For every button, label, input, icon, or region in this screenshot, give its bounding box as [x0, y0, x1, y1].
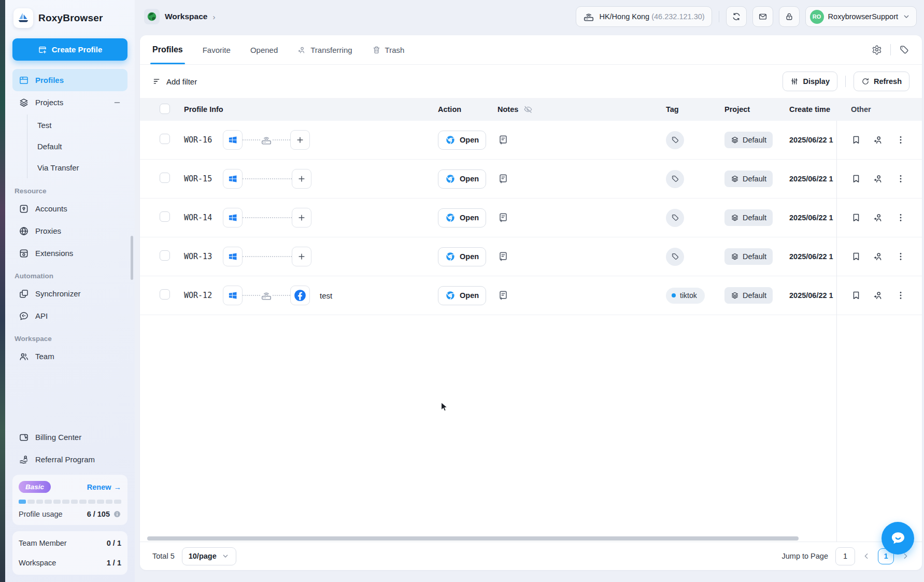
row-checkbox[interactable] — [160, 250, 170, 261]
more-actions-icon[interactable] — [895, 212, 906, 223]
collapse-icon[interactable] — [113, 98, 121, 107]
more-actions-icon[interactable] — [895, 290, 906, 301]
add-tag-button[interactable] — [666, 209, 684, 227]
sync-button[interactable] — [726, 6, 747, 27]
project-item-test[interactable]: Test — [27, 115, 127, 136]
sidebar-item-api[interactable]: API — [12, 305, 127, 327]
project-item-via-transfer[interactable]: Via Transfer — [27, 157, 127, 178]
transfer-profile-icon[interactable] — [873, 251, 884, 262]
total-count: Total 5 — [152, 552, 175, 560]
sidebar-item-synchronizer[interactable]: Synchronizer — [12, 282, 127, 305]
bookmark-icon[interactable] — [851, 251, 861, 262]
sidebar-item-profiles[interactable]: Profiles — [12, 69, 127, 91]
bookmark-icon[interactable] — [851, 212, 861, 223]
add-tag-button[interactable] — [666, 131, 684, 149]
prev-page-icon[interactable] — [862, 552, 871, 560]
jump-page-input[interactable] — [835, 547, 855, 565]
platform-facebook-button[interactable] — [290, 286, 310, 305]
gear-icon[interactable] — [872, 45, 882, 55]
tab-transferring[interactable]: Transferring — [297, 35, 352, 64]
connector — [243, 256, 292, 257]
refresh-button[interactable]: Refresh — [854, 72, 909, 91]
tab-favorite[interactable]: Favorite — [203, 35, 231, 64]
tab-profiles[interactable]: Profiles — [152, 35, 183, 64]
os-windows-button[interactable] — [223, 208, 243, 228]
sidebar-item-projects[interactable]: Projects — [12, 91, 127, 113]
tag-manage-icon[interactable] — [899, 45, 909, 55]
proxy-status-chip[interactable]: HK/Hong Kong (46.232.121.30) — [576, 6, 712, 27]
add-note-icon[interactable] — [497, 173, 509, 184]
display-button[interactable]: Display — [783, 72, 837, 91]
project-item-default[interactable]: Default — [27, 136, 127, 157]
sidebar-item-billing-center[interactable]: Billing Center — [12, 426, 127, 448]
add-note-icon[interactable] — [497, 212, 509, 223]
project-chip[interactable]: Default — [724, 287, 773, 304]
os-windows-button[interactable] — [223, 247, 243, 266]
bookmark-icon[interactable] — [851, 174, 861, 184]
open-profile-button[interactable]: Open — [438, 169, 486, 189]
add-platform-button[interactable] — [292, 208, 311, 228]
info-icon[interactable] — [113, 510, 121, 518]
safe-icon — [19, 204, 29, 214]
open-profile-button[interactable]: Open — [438, 286, 486, 305]
project-chip[interactable]: Default — [724, 209, 773, 226]
tab-trash[interactable]: Trash — [372, 35, 405, 64]
add-platform-button[interactable] — [290, 130, 310, 150]
transfer-profile-icon[interactable] — [873, 212, 884, 223]
add-filter-button[interactable]: Add filter — [152, 77, 197, 86]
row-checkbox[interactable] — [160, 289, 170, 300]
tag-pill[interactable]: tiktok — [666, 288, 705, 304]
sidebar-item-accounts[interactable]: Accounts — [12, 197, 127, 220]
horizontal-scrollbar[interactable] — [147, 536, 799, 541]
lock-icon — [785, 12, 794, 21]
sidebar-item-team[interactable]: Team — [12, 345, 127, 367]
sidebar-item-referral-program[interactable]: Referral Program — [12, 448, 127, 471]
sidebar-item-extensions[interactable]: Extensions — [12, 242, 127, 264]
project-chip[interactable]: Default — [724, 132, 773, 148]
project-chip[interactable]: Default — [724, 171, 773, 187]
plan-badge: Basic — [19, 481, 51, 493]
bookmark-icon[interactable] — [851, 290, 861, 301]
transfer-profile-icon[interactable] — [873, 135, 884, 145]
select-all-checkbox[interactable] — [160, 104, 170, 114]
os-windows-button[interactable] — [223, 130, 243, 150]
tag-icon — [671, 136, 679, 144]
eye-off-icon[interactable] — [523, 105, 533, 114]
add-platform-button[interactable] — [292, 169, 311, 189]
col-profile-info: Profile Info — [184, 105, 223, 113]
sidebar-scrollbar[interactable] — [131, 236, 133, 280]
account-menu[interactable]: RO RoxybrowserSupport — [805, 6, 917, 27]
page-size-select[interactable]: 10/page — [182, 547, 236, 565]
bookmark-icon[interactable] — [851, 135, 861, 145]
more-actions-icon[interactable] — [895, 174, 906, 184]
add-note-icon[interactable] — [497, 134, 509, 146]
open-profile-button[interactable]: Open — [438, 247, 486, 266]
transfer-profile-icon[interactable] — [873, 290, 884, 301]
breadcrumb[interactable]: Workspace › — [144, 9, 215, 24]
add-note-icon[interactable] — [497, 290, 509, 301]
lock-button[interactable] — [779, 6, 800, 27]
renew-link[interactable]: Renew→ — [87, 483, 121, 491]
create-profile-button[interactable]: Create Profile — [12, 38, 127, 61]
row-checkbox[interactable] — [160, 173, 170, 183]
add-tag-button[interactable] — [666, 248, 684, 266]
sidebar-item-proxies[interactable]: Proxies — [12, 220, 127, 242]
mail-button[interactable] — [752, 6, 773, 27]
os-windows-button[interactable] — [223, 286, 243, 305]
support-chat-button[interactable] — [882, 522, 914, 555]
open-profile-button[interactable]: Open — [438, 208, 486, 228]
add-tag-button[interactable] — [666, 170, 684, 188]
project-chip[interactable]: Default — [724, 248, 773, 265]
open-profile-button[interactable]: Open — [438, 131, 486, 150]
more-actions-icon[interactable] — [895, 135, 906, 145]
os-windows-button[interactable] — [223, 169, 243, 189]
transfer-profile-icon[interactable] — [873, 174, 884, 184]
sidebar-bottom: Billing Center Referral Program Basic Re… — [12, 426, 127, 575]
more-actions-icon[interactable] — [895, 251, 906, 262]
tab-opened[interactable]: Opened — [250, 35, 278, 64]
add-note-icon[interactable] — [497, 251, 509, 262]
row-checkbox[interactable] — [160, 211, 170, 222]
row-checkbox[interactable] — [160, 134, 170, 144]
arrow-right-icon: → — [114, 483, 122, 491]
add-platform-button[interactable] — [292, 247, 311, 266]
